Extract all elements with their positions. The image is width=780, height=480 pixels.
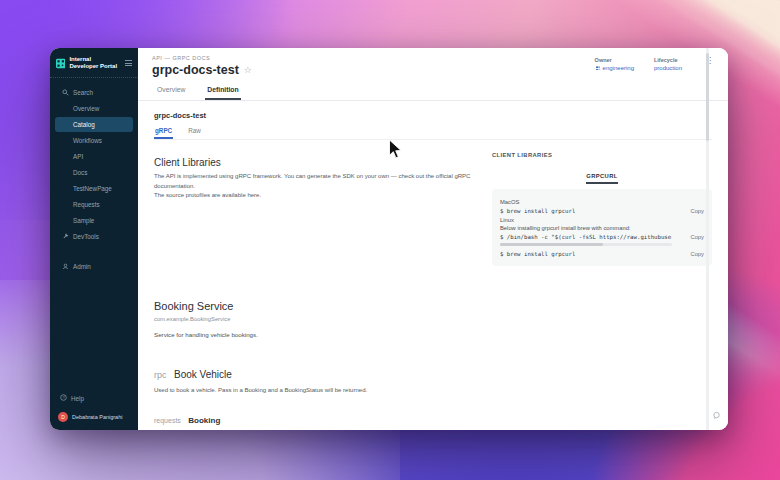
user-name: Debabrata Panigrahi <box>72 414 122 420</box>
entity-tabs: Overview Definition <box>152 86 714 100</box>
copy-button[interactable]: Copy <box>690 234 704 240</box>
sidebar-item-label: TestNewPage <box>73 185 112 192</box>
sidebar-item-label: Search <box>73 89 93 96</box>
macos-install-code: $ brew install grpcurl <box>500 208 575 214</box>
sidebar-item-label: Overview <box>73 105 99 112</box>
rpc-heading: rpc Book Vehicle <box>154 364 712 382</box>
tab-definition[interactable]: Definition <box>205 86 240 100</box>
sidebar-footer: ? Help D Debabrata Panigrahi <box>50 386 138 430</box>
main-content: API — GRPC DOCS grpc-docs-test ☆ Owner e… <box>138 48 728 430</box>
help-label: Help <box>71 395 84 402</box>
sidebar-item-devtools[interactable]: DevTools <box>55 229 133 244</box>
entity-header: API — GRPC DOCS grpc-docs-test ☆ Owner e… <box>138 48 728 101</box>
feedback-icon[interactable] <box>712 406 721 424</box>
sidebar-item-label: Sample <box>73 217 94 224</box>
sidebar-item-label: Workflows <box>73 137 102 144</box>
sidebar-item-label: DevTools <box>73 233 99 240</box>
favorite-star-icon[interactable]: ☆ <box>244 66 252 75</box>
sidebar-item-label: Requests <box>73 201 100 208</box>
service-description: Service for handling vehicle bookings. <box>154 331 712 338</box>
sidebar-spacer <box>50 274 138 386</box>
owner-label: Owner <box>595 57 634 63</box>
definition-panel: grpc-docs-test gRPC Raw Client Libraries… <box>138 101 728 430</box>
sidebar-item-label: Catalog <box>73 121 95 128</box>
request-heading: requests Booking <box>154 409 712 427</box>
install-instructions-panel: MacOS $ brew install grpcurl Copy Linux … <box>492 189 712 266</box>
sidebar-item-overview[interactable]: Overview <box>55 101 133 116</box>
client-libraries-description: The API is implemented using gRPC framew… <box>154 172 479 201</box>
macos-label: MacOS <box>500 199 704 205</box>
mouse-cursor <box>388 139 403 164</box>
rpc-kind-label: rpc <box>154 370 167 380</box>
sidebar: Internal Developer Portal Search Overvie… <box>50 48 138 430</box>
scrollbar-thumb[interactable] <box>706 53 709 141</box>
tab-raw[interactable]: Raw <box>187 127 202 139</box>
client-libraries-panel-title: CLIENT LIBRARIES <box>492 152 712 158</box>
client-libraries-heading: Client Libraries <box>154 157 479 168</box>
service-heading: Booking Service <box>154 300 712 312</box>
tab-overview[interactable]: Overview <box>155 86 187 100</box>
tab-grpc[interactable]: gRPC <box>154 127 173 139</box>
sidebar-item-catalog[interactable]: Catalog <box>55 117 133 132</box>
search-icon <box>61 89 69 96</box>
lifecycle-stat: Lifecycle production <box>654 57 682 71</box>
client-libraries-panel: CLIENT LIBRARIES GRPCURL MacOS $ brew in… <box>492 152 712 266</box>
service-fqn: com.example.BookingService <box>154 316 712 322</box>
sidebar-item-search[interactable]: Search <box>55 85 133 100</box>
sidebar-item-help[interactable]: ? Help <box>56 392 132 404</box>
tab-grpcurl[interactable]: GRPCURL <box>586 173 617 184</box>
sidebar-header: Internal Developer Portal <box>50 48 138 78</box>
sidebar-item-sample[interactable]: Sample <box>55 213 133 228</box>
owner-link[interactable]: engineering <box>595 65 634 71</box>
sidebar-item-admin[interactable]: Admin <box>55 259 133 274</box>
copy-button[interactable]: Copy <box>690 251 704 257</box>
avatar: D <box>58 412 68 422</box>
vertical-scrollbar[interactable] <box>706 48 709 430</box>
client-libraries-intro: Client Libraries The API is implemented … <box>154 157 479 201</box>
sidebar-item-docs[interactable]: Docs <box>55 165 133 180</box>
sidebar-item-label: Admin <box>73 263 91 270</box>
svg-text:?: ? <box>62 396 64 400</box>
request-kind-label: requests <box>154 417 181 424</box>
rpc-description: Used to book a vehicle. Pass in a Bookin… <box>154 387 712 393</box>
sidebar-item-label: API <box>73 153 83 160</box>
sidebar-collapse-icon[interactable] <box>125 60 132 66</box>
request-name: Booking <box>188 416 220 425</box>
sidebar-item-workflows[interactable]: Workflows <box>55 133 133 148</box>
wrench-icon <box>61 233 69 240</box>
portal-logo-icon <box>56 57 65 70</box>
portal-logo-title: Internal Developer Portal <box>69 56 121 70</box>
linux-note: Below installing grpcurl install brew wi… <box>500 225 704 231</box>
code-horizontal-scrollbar[interactable] <box>500 243 672 246</box>
sidebar-item-testnewpage[interactable]: TestNewPage <box>55 181 133 196</box>
definition-card-title: grpc-docs-test <box>154 111 712 120</box>
page-title: grpc-docs-test <box>152 63 239 77</box>
sidebar-item-label: Docs <box>73 169 87 176</box>
lifecycle-link[interactable]: production <box>654 65 682 71</box>
admin-icon <box>61 263 69 270</box>
group-icon <box>595 65 601 71</box>
lifecycle-label: Lifecycle <box>654 57 682 63</box>
sidebar-item-requests[interactable]: Requests <box>55 197 133 212</box>
help-icon: ? <box>60 394 67 402</box>
linux-install-code: $ /bin/bash -c "$(curl -fsSL https://raw… <box>500 234 672 240</box>
user-profile[interactable]: D Debabrata Panigrahi <box>56 412 132 422</box>
linux-label: Linux <box>500 217 704 223</box>
sidebar-nav: Search Overview Catalog Workflows API Do… <box>50 78 138 274</box>
rpc-name: Book Vehicle <box>174 369 232 380</box>
sidebar-item-api[interactable]: API <box>55 149 133 164</box>
linux-install-code-2: $ brew install grpcurl <box>500 251 575 257</box>
definition-tabs: gRPC Raw <box>154 127 712 140</box>
copy-button[interactable]: Copy <box>690 208 704 214</box>
app-window: Internal Developer Portal Search Overvie… <box>50 48 728 430</box>
entity-meta: Owner engineering Lifecycle production ⋮ <box>595 57 714 71</box>
owner-stat: Owner engineering <box>595 57 634 71</box>
